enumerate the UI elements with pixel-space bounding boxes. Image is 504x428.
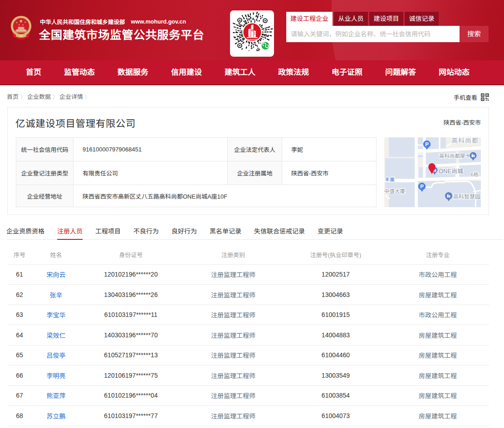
- svg-text:P: P: [425, 141, 429, 147]
- svg-text:中盛大厦: 中盛大厦: [384, 189, 405, 194]
- svg-text:高科智慧园: 高科智慧园: [453, 194, 480, 200]
- svg-text:P: P: [420, 184, 424, 189]
- svg-text:ONE尚城: ONE尚城: [439, 168, 463, 175]
- svg-text:高科尚都摩卡: 高科尚都摩卡: [439, 153, 470, 159]
- svg-text:高科尚都: 高科尚都: [451, 137, 479, 144]
- svg-text:6栋: 6栋: [471, 172, 479, 177]
- svg-text:丰巢: 丰巢: [385, 177, 395, 182]
